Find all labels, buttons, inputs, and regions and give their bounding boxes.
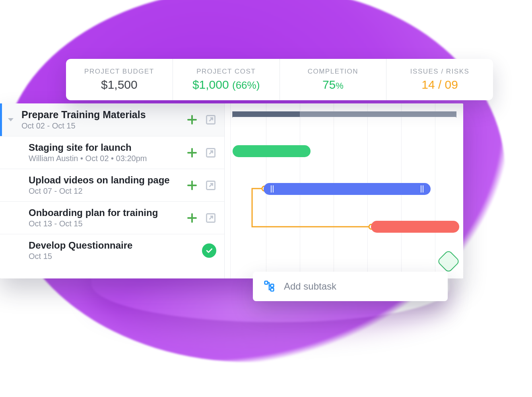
stat-cost-label: PROJECT COST (196, 68, 256, 76)
task-meta: Oct 07 - Oct 12 (29, 187, 181, 196)
add-subtask-label: Add subtask (284, 281, 336, 292)
task-meta: Oct 15 (29, 252, 196, 261)
stat-completion-num: 75 (322, 78, 336, 91)
add-subtask-popover[interactable]: Add subtask (253, 272, 448, 301)
add-subtask-button[interactable] (187, 148, 197, 158)
project-title: Prepare Training Materials (21, 109, 181, 121)
stat-issues: ISSUES / RISKS 14 / 09 (386, 59, 493, 100)
gantt-bar-staging[interactable] (233, 145, 311, 157)
gantt-chart[interactable] (225, 103, 463, 278)
stat-completion-value: 75% (322, 78, 344, 91)
task-title: Develop Questionnaire (29, 240, 196, 251)
project-dates: Oct 02 - Oct 15 (21, 121, 181, 130)
stat-issues-value: 14 / 09 (421, 78, 458, 91)
task-complete-icon[interactable] (202, 243, 216, 258)
stat-cost: PROJECT COST $1,000 (66%) (173, 59, 280, 100)
task-meta: Oct 13 - Oct 15 (29, 219, 181, 228)
stats-card: PROJECT BUDGET $1,500 PROJECT COST $1,00… (66, 59, 493, 100)
open-external-icon[interactable] (205, 147, 216, 158)
stat-completion-label: COMPLETION (308, 68, 358, 76)
gantt-bar-upload[interactable] (264, 183, 431, 195)
task-title: Upload videos on landing page (29, 175, 181, 186)
collapse-caret-icon[interactable] (8, 118, 14, 121)
add-task-button[interactable] (187, 115, 197, 125)
task-row[interactable]: Staging site for launch William Austin •… (0, 136, 224, 169)
stat-budget: PROJECT BUDGET $1,500 (66, 59, 173, 100)
open-external-icon[interactable] (205, 114, 216, 125)
stat-completion: COMPLETION 75% (280, 59, 387, 100)
project-panel: Prepare Training Materials Oct 02 - Oct … (0, 103, 463, 278)
stat-cost-amount: $1,000 (192, 78, 229, 91)
task-row[interactable]: Upload videos on landing page Oct 07 - O… (0, 169, 224, 202)
stat-budget-label: PROJECT BUDGET (84, 68, 154, 76)
subtask-tree-icon (263, 280, 275, 293)
task-group-header[interactable]: Prepare Training Materials Oct 02 - Oct … (0, 103, 224, 136)
add-subtask-button[interactable] (187, 180, 197, 191)
open-external-icon[interactable] (205, 180, 216, 191)
task-list: Prepare Training Materials Oct 02 - Oct … (0, 103, 225, 278)
add-subtask-button[interactable] (187, 213, 197, 223)
open-external-icon[interactable] (205, 212, 216, 224)
task-title: Staging site for launch (29, 142, 181, 153)
stat-cost-value: $1,000 (66%) (192, 78, 260, 91)
task-title: Onboarding plan for training (29, 207, 181, 218)
gantt-bar-onboarding[interactable] (371, 221, 459, 233)
stat-completion-sym: % (336, 81, 344, 91)
stat-cost-pct: (66%) (232, 79, 260, 91)
stat-budget-value: $1,500 (101, 78, 138, 91)
task-meta: William Austin • Oct 02 • 03:20pm (29, 154, 181, 163)
gantt-summary-bar[interactable] (233, 111, 456, 117)
task-row[interactable]: Onboarding plan for training Oct 13 - Oc… (0, 202, 224, 234)
task-row[interactable]: Develop Questionnaire Oct 15 (0, 234, 224, 267)
stat-issues-label: ISSUES / RISKS (410, 68, 470, 76)
